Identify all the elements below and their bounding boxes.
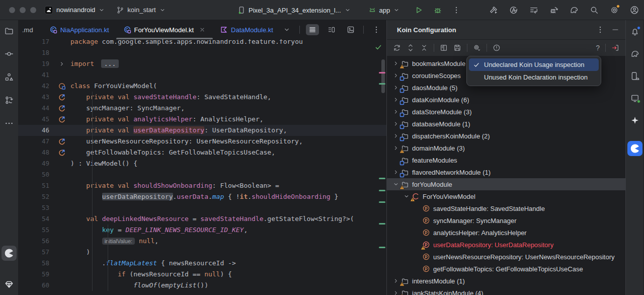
tree-chevron[interactable] [392,181,400,188]
tree-item[interactable]: dispatchersKoinModule (2) [387,130,625,142]
tool-stripe-gradle[interactable] [630,49,639,58]
code-line[interactable]: 60 flowOf(emptyList()) [18,280,386,291]
code-line[interactable]: 44 syncManager: SyncManager, [18,103,386,114]
editor-tab[interactable]: NiaApplication.kt [42,20,116,39]
run-configuration-selector[interactable]: app [368,6,400,14]
close-icon[interactable] [199,26,206,33]
code-line[interactable]: 55 key = DEEP_LINK_NEWS_RESOURCE_ID_KEY, [18,225,386,236]
tree-item[interactable]: userNewsResourceRepository: UserNewsReso… [387,251,625,263]
more-vertical-icon[interactable] [452,6,460,14]
koin-injected-gutter-icon[interactable] [58,104,66,112]
tree-item[interactable]: forYouModule [387,178,625,190]
code-line[interactable]: 47 userNewsResourceRepository: UserNewsR… [18,136,386,147]
save-button[interactable] [453,44,461,52]
branch-widget[interactable]: koin_start [116,6,166,14]
help-button[interactable]: ? [596,44,600,52]
code-line[interactable]: 54 val deepLinkedNewsResource = savedSta… [18,213,386,225]
tree-item[interactable]: userDataRepository: UserDataRepository [387,239,625,251]
inspections-ok-icon[interactable] [374,43,382,51]
code-line[interactable]: 46 private val userDataRepository: UserD… [18,125,386,136]
apply-changes-button[interactable] [509,6,518,15]
tree-item[interactable]: syncManager: SyncManager [387,214,625,227]
more-vertical-icon[interactable] [596,26,604,34]
tree-item[interactable]: analyticsHelper: AnalyticsHelper [387,227,625,239]
tool-stripe-device-manager[interactable] [630,71,639,81]
tool-stripe-more-tool-windows[interactable] [5,119,14,128]
preview-button[interactable] [344,24,357,35]
tool-stripe-koin-configuration[interactable] [627,141,642,156]
tree-chevron[interactable] [392,169,400,176]
code-line[interactable]: 50 [18,169,386,180]
code-line[interactable]: 48 getFollowableTopics: GetFollowableTop… [18,147,386,158]
tree-item[interactable]: ForYouViewModel [387,190,625,202]
code-line[interactable]: 18 [18,47,386,58]
code-line[interactable]: 53 [18,202,386,213]
tree-item[interactable]: databaseModule (1) [387,118,625,130]
split-view-button[interactable] [325,24,338,35]
build-button[interactable] [489,6,498,15]
tree-item[interactable]: flavoredNetworkModule (1) [387,166,625,178]
tree-chevron[interactable] [392,132,400,139]
koin-injected-gutter-icon[interactable] [58,93,66,101]
tool-stripe-structure[interactable] [5,72,14,82]
tree-item[interactable]: getFollowableTopics: GetFollowableTopics… [387,263,625,275]
code-line[interactable]: 43 private val savedStateHandle: SavedSt… [18,92,386,103]
koin-injected-gutter-icon[interactable] [58,115,66,123]
device-selector[interactable]: Pixel_3a_API_34_extension_l... [237,6,351,14]
code-rollback-button[interactable] [529,6,538,15]
inspection-info-button[interactable] [493,44,501,52]
chevron-down-button[interactable] [280,24,293,35]
expand-all-button[interactable] [407,44,415,52]
window-close-button[interactable] [9,7,15,13]
account-button[interactable] [630,6,639,15]
tree-item[interactable]: domainModule (3) [387,142,625,154]
tool-stripe-commit[interactable] [5,49,14,58]
popup-menu-item[interactable]: Unused Koin Declaration inspection [469,71,599,84]
tree-chevron[interactable] [392,84,400,91]
editor-tab[interactable]: .md [18,20,42,39]
window-minimize-button[interactable] [20,7,26,13]
code-line[interactable]: 52 userDataRepository.userData.map { !it… [18,191,386,202]
tree-chevron[interactable] [392,277,400,284]
tool-stripe-running-devices[interactable] [630,94,639,103]
tree-chevron[interactable] [403,193,411,200]
tree-item[interactable]: interestModule (1) [387,275,625,287]
refresh-button[interactable] [393,44,401,52]
tree-item[interactable]: dataStoreModule (3) [387,106,625,118]
gradle-sync-button[interactable] [570,6,579,15]
koin-definition-gutter-icon[interactable] [58,82,66,90]
code-line[interactable]: 42class ForYouViewModel( [18,81,386,92]
report-button[interactable] [440,44,448,52]
tree-chevron[interactable] [392,108,400,115]
editor-scrollbar[interactable] [381,59,385,93]
editor-tab[interactable]: DataModule.kt [213,20,280,39]
code-line[interactable]: 17package com.google.samples.apps.nowina… [18,39,386,47]
code-editor[interactable]: 17package com.google.samples.apps.nowina… [18,39,386,295]
tool-stripe-dependencies[interactable] [2,277,17,292]
settings-button[interactable] [610,6,619,15]
tree-chevron[interactable] [392,72,400,79]
tool-stripe-project-folder[interactable] [5,26,14,35]
tree-item[interactable]: featureModules [387,154,625,166]
code-line[interactable]: 41 [18,69,386,81]
tree-item[interactable]: jankStatsKoinModule (4) [387,287,625,295]
search-button[interactable] [590,6,599,15]
restart-debug-button[interactable] [549,6,558,15]
tool-stripe-koin[interactable] [2,246,17,261]
list-view-button[interactable] [306,24,319,35]
code-line[interactable]: 19import ... [18,58,386,69]
tree-item[interactable]: savedStateHandle: SavedStateHandle [387,202,625,214]
code-line[interactable]: 58 .flatMapLatest { newsResourceId -> [18,258,386,269]
koin-injected-gutter-icon[interactable] [58,137,66,145]
tree-chevron[interactable] [392,60,400,67]
koin-injected-gutter-icon[interactable] [58,149,66,157]
editor-tab[interactable]: ForYouViewModel.kt [116,20,213,39]
tool-stripe-ai-assistant[interactable] [630,116,639,125]
run-icon[interactable] [414,6,423,15]
tool-stripe-notifications[interactable] [630,27,639,36]
code-line[interactable]: 51 private val shouldShowOnboarding: Flo… [18,180,386,191]
window-zoom-button[interactable] [30,7,36,13]
code-line[interactable]: 49) : ViewModel() { [18,158,386,169]
popup-menu-item[interactable]: Undeclared Koin Usage inspection [469,58,599,71]
debug-icon[interactable] [433,6,442,15]
